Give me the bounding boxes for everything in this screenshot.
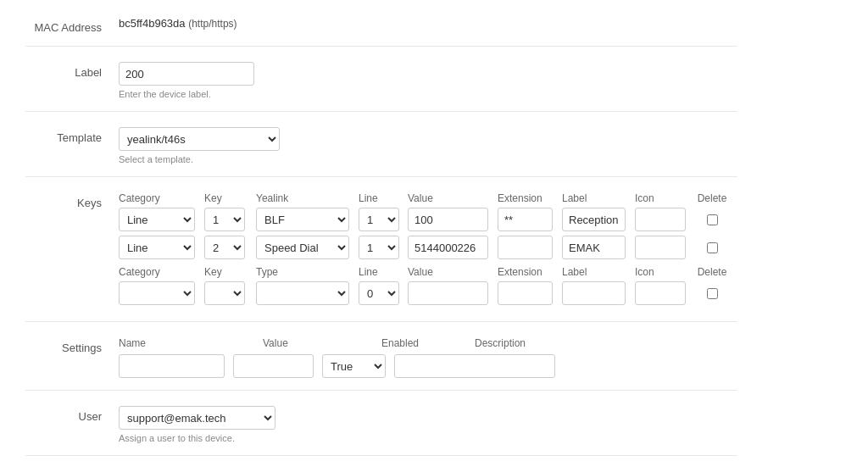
keys-row3-type[interactable]: BLF — [256, 281, 353, 305]
keys-row3-icon[interactable] — [635, 281, 690, 305]
keys-row1-label-input[interactable] — [562, 208, 626, 231]
keys-row1-value-input[interactable] — [408, 208, 488, 231]
settings-data-row: True False — [119, 354, 737, 378]
keys-data-row2: Line Memory 1 2 3 BLF Speed Dial Lin — [119, 236, 737, 259]
keys-row2-category[interactable]: Line Memory — [119, 236, 199, 259]
keys-col-value-header1: Value — [408, 192, 492, 204]
settings-value-input[interactable] — [233, 354, 314, 378]
keys-row3-line[interactable]: 0 1 2 — [359, 281, 403, 305]
keys-row2-delete-checkbox[interactable] — [707, 242, 718, 253]
keys-row3-extension-input[interactable] — [498, 281, 553, 305]
keys-row3-category-select[interactable]: Line — [119, 281, 195, 305]
keys-row1-icon-input[interactable] — [635, 208, 686, 231]
keys-col-delete-header2: Delete — [695, 266, 729, 278]
keys-row1-line[interactable]: 1 2 3 — [359, 208, 403, 231]
settings-enabled-select[interactable]: True False — [322, 354, 386, 378]
keys-row3-key[interactable]: 1 — [204, 281, 251, 305]
label-field-content: Enter the device label. — [119, 62, 737, 99]
settings-col-enabled-header: Enabled — [381, 337, 449, 349]
keys-col-yealink-header1: Yealink — [256, 192, 353, 204]
keys-row3-value-input[interactable] — [408, 281, 488, 305]
keys-row1-label[interactable] — [562, 208, 630, 231]
keys-row1-value[interactable] — [408, 208, 492, 231]
template-content: yealink/t46s yealink/t42s yealink/t48s S… — [119, 127, 737, 164]
keys-row1-line-select[interactable]: 1 2 3 — [359, 208, 399, 231]
keys-row3-key-select[interactable]: 1 — [204, 281, 245, 305]
mac-address-row: MAC Address bc5ff4b963da (http/https) — [25, 17, 737, 47]
keys-row2-yealink-select[interactable]: BLF Speed Dial Line — [256, 236, 349, 259]
settings-header: Name Value Enabled Description — [119, 337, 737, 349]
keys-row2-key[interactable]: 1 2 3 — [204, 236, 251, 259]
keys-row2-value-input[interactable] — [408, 236, 488, 259]
keys-row3-label-input[interactable] — [562, 281, 626, 305]
keys-row1-yealink[interactable]: BLF Speed Dial Line — [256, 208, 353, 231]
settings-name-input[interactable] — [119, 354, 225, 378]
keys-row1-key[interactable]: 1 2 3 — [204, 208, 251, 231]
settings-col-desc-header: Description — [475, 337, 644, 349]
user-select[interactable]: support@emak.tech admin@emak.tech — [119, 406, 275, 430]
settings-description-input[interactable] — [394, 354, 555, 378]
keys-row2-key-select[interactable]: 1 2 3 — [204, 236, 245, 259]
mac-address-label: MAC Address — [25, 17, 119, 34]
keys-row2-icon-input[interactable] — [635, 236, 686, 259]
keys-col-key-header1: Key — [204, 192, 251, 204]
keys-row2-extension-input[interactable] — [498, 236, 553, 259]
keys-row3-label[interactable] — [562, 281, 630, 305]
keys-row: Keys Category Key Yealink Line Value Ext… — [25, 192, 737, 322]
keys-row2-delete[interactable] — [695, 242, 729, 253]
keys-row3-extension[interactable] — [498, 281, 557, 305]
keys-col-icon-header1: Icon — [635, 192, 690, 204]
keys-row1-extension[interactable] — [498, 208, 557, 231]
keys-col-key-header2: Key — [204, 266, 251, 278]
keys-row1-category[interactable]: Line Memory — [119, 208, 199, 231]
label-row: Label Enter the device label. — [25, 62, 737, 112]
settings-col-name-header: Name — [119, 337, 229, 349]
keys-row2-line-select[interactable]: 1 2 3 — [359, 236, 399, 259]
keys-row3-delete[interactable] — [695, 288, 729, 299]
keys-col-label-header1: Label — [562, 192, 630, 204]
keys-col-line-header1: Line — [359, 192, 403, 204]
keys-data-row3: Line 1 BLF 0 — [119, 281, 737, 305]
keys-row3-value[interactable] — [408, 281, 492, 305]
keys-content: Category Key Yealink Line Value Extensio… — [119, 192, 737, 309]
keys-row3-delete-checkbox[interactable] — [707, 288, 718, 299]
keys-row2-yealink[interactable]: BLF Speed Dial Line — [256, 236, 353, 259]
keys-row1-delete-checkbox[interactable] — [707, 214, 718, 225]
keys-row1-yealink-select[interactable]: BLF Speed Dial Line — [256, 208, 349, 231]
template-hint: Select a template. — [119, 154, 737, 164]
keys-row1-category-select[interactable]: Line Memory — [119, 208, 195, 231]
keys-row2-category-select[interactable]: Line Memory — [119, 236, 195, 259]
keys-row3-icon-input[interactable] — [635, 281, 686, 305]
keys-row3-line-select[interactable]: 0 1 2 — [359, 281, 399, 305]
label-input[interactable] — [119, 62, 254, 86]
keys-row1-icon[interactable] — [635, 208, 690, 231]
form-container: MAC Address bc5ff4b963da (http/https) La… — [0, 0, 763, 461]
keys-row1-key-select[interactable]: 1 2 3 — [204, 208, 245, 231]
template-row: Template yealink/t46s yealink/t42s yeali… — [25, 127, 737, 177]
keys-row2-extension[interactable] — [498, 236, 557, 259]
keys-col-type-header2: Type — [256, 266, 353, 278]
keys-row2-icon[interactable] — [635, 236, 690, 259]
keys-row1-delete[interactable] — [695, 214, 729, 225]
keys-row2-label-input[interactable] — [562, 236, 626, 259]
keys-row1-extension-input[interactable] — [498, 208, 553, 231]
keys-header-row1: Category Key Yealink Line Value Extensio… — [119, 192, 737, 204]
mac-address-value: bc5ff4b963da (http/https) — [119, 13, 237, 30]
keys-label: Keys — [25, 192, 119, 209]
keys-row2-value[interactable] — [408, 236, 492, 259]
keys-col-extension-header2: Extension — [498, 266, 557, 278]
keys-row2-line[interactable]: 1 2 3 — [359, 236, 403, 259]
keys-col-delete-header1: Delete — [695, 192, 729, 204]
mac-http-link[interactable]: (http/https) — [188, 18, 236, 30]
keys-row3-category[interactable]: Line — [119, 281, 199, 305]
settings-label: Settings — [25, 337, 119, 354]
keys-row3-type-select[interactable]: BLF — [256, 281, 349, 305]
keys-col-label-header2: Label — [562, 266, 630, 278]
keys-row2-label[interactable] — [562, 236, 630, 259]
user-row: User support@emak.tech admin@emak.tech A… — [25, 406, 737, 456]
template-select[interactable]: yealink/t46s yealink/t42s yealink/t48s — [119, 127, 280, 151]
keys-col-value-header2: Value — [408, 266, 492, 278]
keys-col-line-header2: Line — [359, 266, 403, 278]
label-hint: Enter the device label. — [119, 89, 737, 99]
settings-content: Name Value Enabled Description True Fals… — [119, 337, 737, 378]
